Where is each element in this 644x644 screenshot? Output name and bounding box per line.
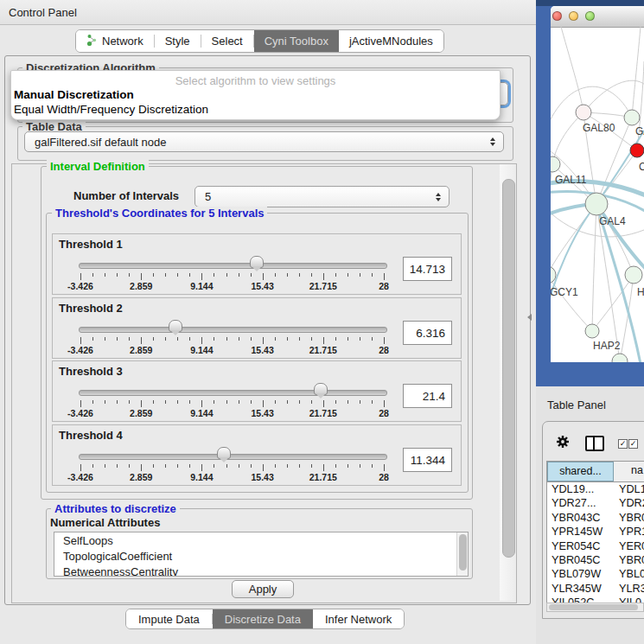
slider-tick-label: 9.144 [190,281,213,291]
table-row[interactable]: YLR345W YLR3 [547,582,644,596]
apply-button[interactable]: Apply [232,580,294,598]
slider-tick [384,337,385,344]
table-row[interactable]: YBR045C YBR0 [547,553,644,567]
tab-label: Network [102,35,143,48]
slider-tick [287,273,288,277]
table-row[interactable]: YDR27... YDR2 [547,496,644,510]
attributes-list[interactable]: SelfLoopsTopologicalCoefficientBetweenne… [54,532,469,577]
threshold-value-field[interactable]: 6.316 [403,321,452,345]
number-of-intervals-combobox[interactable]: 5 [194,186,450,207]
network-window-titlebar[interactable] [551,6,644,28]
slider-tick-label: 28 [379,408,389,418]
attribute-item[interactable]: BetweennessCentrality [54,564,468,577]
slider-tick [384,400,385,407]
attribute-item[interactable]: SelfLoops [54,532,468,548]
slider-tick-label: 9.144 [190,472,213,482]
cell-shared-name: YDR27... [547,496,614,510]
table-row[interactable]: YER054C YER0 [547,539,644,553]
slider-tick [311,273,312,277]
checkbox-checked-icon[interactable]: ✓ [628,439,638,449]
threshold-value-field[interactable]: 14.713 [403,257,452,281]
algorithm-dropdown-popup: Select algorithm to view settings Manual… [10,70,501,120]
tab-style[interactable]: Style [155,30,201,52]
panel-scrollbar-thumb[interactable] [502,179,515,558]
popup-item-equal-width-frequency[interactable]: Equal Width/Frequency Discretization [14,103,208,116]
minimize-traffic-light-icon[interactable] [569,11,578,21]
slider-tick [141,273,142,280]
gear-icon[interactable] [556,435,570,452]
splitpane-collapse-icon[interactable] [527,314,532,321]
slider-track[interactable] [79,390,387,396]
attributes-scrollbar[interactable] [456,532,468,576]
node-table: shared... na YDL19... YDL1 YDR27... YDR2… [546,461,644,604]
slider-handle[interactable] [314,383,328,395]
column-header-name[interactable]: na [614,462,644,481]
threshold-label: Threshold 3 [59,365,123,378]
slider-tick [299,400,300,404]
cell-shared-name: YDL19... [547,482,614,496]
close-traffic-light-icon[interactable] [552,11,562,21]
node-label: GCY1 [551,286,578,298]
column-header-shared-name[interactable]: shared... [547,462,614,481]
attribute-item[interactable]: TopologicalCoefficient [54,548,468,564]
tab-network[interactable]: Network [76,30,154,52]
slider-tick [287,337,288,341]
table-row[interactable]: YBL079W YBL0 [547,567,644,581]
table-data-value: galFiltered.sif default node [35,136,166,149]
network-canvas[interactable]: GAL80 GA C GAL11 GAL4 GCY1 H HAP2 [551,27,644,362]
slider-tick [360,464,360,468]
split-view-icon[interactable] [585,436,604,451]
tab-jactivemnodules[interactable]: jActiveMNodules [339,30,443,52]
table-hscrollbar[interactable] [546,603,644,612]
zoom-traffic-light-icon[interactable] [585,11,595,21]
tab-infer-network[interactable]: Infer Network [313,609,404,628]
slider-tick-label: 2.859 [130,408,152,418]
table-row[interactable]: YBR043C YBR0 [547,511,644,525]
slider-tick-label: 9.144 [190,408,213,418]
slider-tick [177,273,178,277]
threshold-value-field[interactable]: 21.4 [403,384,452,408]
tab-cyni-toolbox[interactable]: Cyni Toolbox [254,30,339,52]
slider-handle[interactable] [250,256,264,268]
tab-select[interactable]: Select [201,30,253,52]
slider-tick [201,464,202,471]
checkbox-checked-icon[interactable]: ✓ [618,439,628,449]
cell-shared-name: YBR045C [547,553,614,567]
cell-name: YBL0 [614,567,644,581]
table-data-combobox[interactable]: galFiltered.sif default node [24,131,504,152]
slider-tick [153,337,154,341]
slider-tick [189,337,190,341]
slider-tick-label: -3.426 [67,472,93,482]
slider-tick [275,273,276,277]
tab-impute-data[interactable]: Impute Data [126,609,212,628]
threshold-value-field[interactable]: 11.344 [403,448,452,472]
slider-tick [105,273,105,277]
slider-tick [201,273,202,280]
slider-tick [360,337,360,341]
slider-tick [323,400,324,407]
tab-label: Style [165,35,190,48]
network-view-window: GAL80 GA C GAL11 GAL4 GCY1 H HAP2 [551,6,644,362]
network-graph-icon [86,34,97,49]
slider-tick [226,337,227,341]
threshold-rows: Threshold 1 -3.4262.8599.14415.4321.7152… [46,233,467,488]
node-label: GAL11 [555,174,587,186]
slider-tick [335,400,336,404]
threshold-row: Threshold 2 -3.4262.8599.14415.4321.7152… [52,297,462,359]
slider-tick [153,273,154,277]
slider-tick [384,273,385,280]
slider-handle[interactable] [217,447,231,459]
number-of-intervals-value: 5 [205,190,211,203]
slider-tick [214,273,214,277]
tab-discretize-data[interactable]: Discretize Data [213,609,313,628]
table-row[interactable]: YDL19... YDL1 [547,482,644,496]
slider-track[interactable] [79,263,387,269]
table-row[interactable]: YPR145W YPR1 [547,525,644,539]
slider-track[interactable] [79,454,387,460]
screen: Control Panel ✗ Network Style Select Cyn… [0,0,644,644]
popup-item-manual-discretization[interactable]: Manual Discretization [14,88,134,101]
threshold-row: Threshold 3 -3.4262.8599.14415.4321.7152… [52,360,462,422]
slider-handle[interactable] [169,320,182,332]
slider-track[interactable] [79,327,387,333]
top-tabbar: Network Style Select Cyni Toolbox jActiv… [75,29,444,53]
